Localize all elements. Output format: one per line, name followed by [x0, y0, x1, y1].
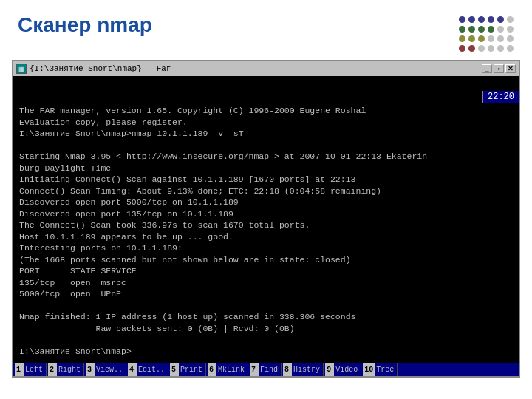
decorative-dot [468, 16, 475, 23]
decorative-dot [459, 35, 466, 42]
funckey-label: Find [259, 366, 279, 374]
funckey-label: Right [57, 366, 82, 374]
funckey-label: MkLink [216, 366, 246, 374]
funckey-num: 9 [325, 363, 334, 376]
decorative-dot [497, 45, 504, 52]
funckey-num: 3 [86, 363, 95, 376]
close-button[interactable]: ✕ [505, 64, 516, 73]
funckey-num: 1 [15, 363, 24, 376]
decorative-dot [478, 16, 485, 23]
decorative-dot [468, 26, 475, 33]
terminal-output: The FAR manager, version 1.65. Copyright… [13, 76, 519, 363]
decorative-dot [497, 16, 504, 23]
decorative-dot [497, 35, 504, 42]
funckey-num: 6 [208, 363, 216, 376]
funckey-num: 8 [283, 363, 292, 376]
funckey-8[interactable]: 8Histry [282, 363, 324, 376]
title-area: Сканер nmap [0, 0, 532, 60]
page-title: Сканер nmap [18, 13, 152, 37]
funckeys-bar: 1Left2Right3View..4Edit..5Print6MkLink7F… [13, 363, 519, 376]
decorative-dot [459, 45, 466, 52]
decorative-dot [507, 45, 514, 52]
decorative-dot [478, 45, 485, 52]
decorative-dot [459, 26, 466, 33]
decorative-dot [459, 16, 466, 23]
funckey-label: Tree [375, 366, 395, 374]
decorative-dot [488, 26, 494, 33]
funckey-10[interactable]: 10Tree [361, 363, 398, 376]
funckey-num: 10 [363, 363, 375, 376]
funckey-num: 4 [128, 363, 137, 376]
far-app-icon: ▦ [16, 64, 27, 74]
titlebar-left: ▦ {I:\Занятие Snort\nmap} - Far [16, 64, 171, 74]
funckey-label: Left [24, 366, 44, 374]
funckey-label: Video [334, 366, 359, 374]
far-window: ▦ {I:\Занятие Snort\nmap} - Far _ ▫ ✕ 22… [12, 60, 520, 378]
titlebar-buttons: _ ▫ ✕ [482, 64, 516, 73]
decorative-dot [507, 26, 514, 33]
funckey-1[interactable]: 1Left [13, 363, 47, 376]
decorative-dot [497, 26, 504, 33]
window-title: {I:\Занятие Snort\nmap} - Far [30, 64, 171, 73]
decorative-dot [468, 45, 475, 52]
decorative-dot [488, 45, 494, 52]
funckey-label: Edit.. [137, 366, 166, 374]
funckey-6[interactable]: 6MkLink [206, 363, 248, 376]
minimize-button[interactable]: _ [482, 64, 492, 73]
funckey-label: Print [179, 366, 204, 374]
decorative-dot [478, 35, 485, 42]
funckey-7[interactable]: 7Find [248, 363, 282, 376]
funckey-2[interactable]: 2Right [47, 363, 84, 376]
restore-button[interactable]: ▫ [494, 64, 504, 73]
decorative-dot [507, 35, 514, 42]
decorative-dot [468, 35, 475, 42]
funckey-5[interactable]: 5Print [168, 363, 206, 376]
far-titlebar: ▦ {I:\Занятие Snort\nmap} - Far _ ▫ ✕ [13, 61, 519, 76]
funckey-label: Histry [292, 366, 321, 374]
decorative-dots [459, 16, 514, 52]
funckey-4[interactable]: 4Edit.. [126, 363, 168, 376]
funckey-num: 5 [170, 363, 179, 376]
decorative-dot [478, 26, 485, 33]
decorative-dot [507, 16, 514, 23]
funckey-num: 7 [250, 363, 259, 376]
funckey-3[interactable]: 3View.. [84, 363, 126, 376]
decorative-dot [488, 16, 494, 23]
funckey-num: 2 [48, 363, 57, 376]
funckey-label: View.. [95, 366, 124, 374]
time-display: 22:20 [482, 91, 519, 103]
decorative-dot [488, 35, 494, 42]
funckey-9[interactable]: 9Video [324, 363, 361, 376]
